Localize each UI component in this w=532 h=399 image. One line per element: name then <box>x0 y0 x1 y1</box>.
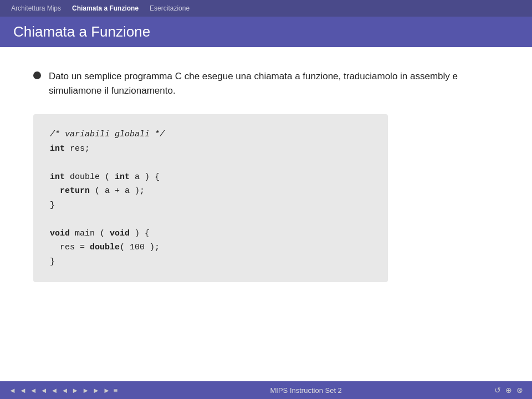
top-navigation: Architettura Mips Chiamata a Funzione Es… <box>0 0 532 17</box>
code-line-10: } <box>50 255 371 269</box>
code-line-2: int res; <box>50 142 371 156</box>
code-line-4: int double ( int a ) { <box>50 170 371 185</box>
zoom-out-icon[interactable]: ↺ <box>494 386 501 395</box>
nav-extra[interactable]: ► <box>103 386 110 395</box>
nav-lines-icon: ≡ <box>114 386 118 395</box>
bottom-nav-left[interactable]: ◄ ◄ ◄ ◄ ◄ ◄ ► ► ► ► ≡ <box>9 386 117 395</box>
slide-title: Chiamata a Funzione <box>13 23 150 40</box>
code-line-5: return ( a + a ); <box>50 184 371 198</box>
main-content: Dato un semplice programma C che esegue … <box>0 47 532 304</box>
nav-item-esercitazione[interactable]: Esercitazione <box>150 4 190 12</box>
nav-next-section-icon[interactable]: ► <box>82 386 89 395</box>
code-comment: /* variabili globali */ <box>50 130 165 139</box>
code-kw-int: int <box>50 144 65 154</box>
code-kw-return: return <box>60 186 90 196</box>
nav-first-icon[interactable]: ◄ <box>9 386 16 395</box>
code-kw-double: double <box>90 243 120 252</box>
footer-title: MIPS Instruction Set 2 <box>270 386 342 395</box>
zoom-in-icon[interactable]: ⊕ <box>505 386 512 395</box>
slide-title-bar: Chiamata a Funzione <box>0 17 532 47</box>
nav-sep1: ◄ <box>40 386 48 395</box>
code-line-9: res = double( 100 ); <box>50 241 371 255</box>
code-line-6: } <box>50 198 371 213</box>
bottom-nav-right[interactable]: ↺ ⊕ ⊗ <box>494 386 523 395</box>
search-icon[interactable]: ⊗ <box>516 386 523 395</box>
code-kw-int2: int <box>50 172 65 182</box>
bottom-bar: ◄ ◄ ◄ ◄ ◄ ◄ ► ► ► ► ≡ MIPS Instruction S… <box>0 381 532 399</box>
nav-prev-section-icon[interactable]: ◄ <box>19 386 27 395</box>
bullet-text: Dato un semplice programma C che esegue … <box>49 69 499 98</box>
code-kw-void: void <box>50 229 70 238</box>
code-line-1: /* variabili globali */ <box>50 127 371 142</box>
bullet-dot-icon <box>33 71 41 79</box>
nav-item-architettura[interactable]: Architettura Mips <box>11 4 61 12</box>
nav-prev-icon[interactable]: ◄ <box>30 386 37 395</box>
nav-sep2: ◄ <box>51 386 58 395</box>
code-block: /* variabili globali */ int res; int dou… <box>33 114 388 282</box>
code-line-8: void main ( void ) { <box>50 227 371 241</box>
nav-sep3: ◄ <box>61 386 68 395</box>
nav-last-icon[interactable]: ► <box>93 386 100 395</box>
bullet-section: Dato un semplice programma C che esegue … <box>33 69 499 98</box>
nav-item-chiamata[interactable]: Chiamata a Funzione <box>72 4 139 12</box>
nav-next-icon[interactable]: ► <box>71 386 79 395</box>
